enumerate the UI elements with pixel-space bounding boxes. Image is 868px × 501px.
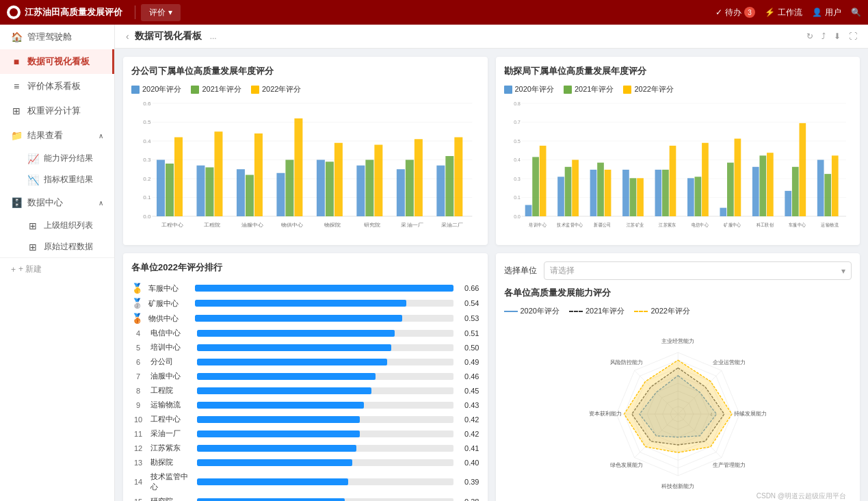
header-tab-evaluation[interactable]: 评价 ▾: [141, 4, 181, 21]
chart2-legend-dot-2021: [564, 86, 572, 94]
svg-text:主业经营能力: 主业经营能力: [661, 338, 694, 344]
rank-score: 0.45: [459, 387, 479, 395]
chart2-area: 0.00.10.30.40.50.70.8培训中心技术监督中心新疆公司江苏矿业江…: [504, 100, 852, 237]
sidebar-label-orglist: 上级组织列表: [44, 220, 93, 231]
add-label: + 新建: [18, 264, 42, 275]
rank-bar-wrap: [195, 300, 453, 307]
rank-number: 7: [131, 372, 145, 381]
svg-text:采油一厂: 采油一厂: [401, 222, 423, 228]
fullscreen-icon[interactable]: ⛶: [849, 31, 857, 41]
rank-bar-wrap: [197, 445, 453, 452]
svg-text:电信中心: 电信中心: [691, 222, 709, 228]
chart2-title: 勘探局下属单位高质量发展年度评分: [504, 65, 852, 77]
svg-rect-32: [174, 138, 183, 217]
radar-line-2020: [504, 311, 518, 312]
svg-text:0.5: 0.5: [514, 138, 520, 144]
rank-score: 0.49: [459, 358, 479, 366]
breadcrumb-arrow: ‹: [126, 31, 129, 42]
todo-badge: 3: [744, 7, 755, 18]
rank-name: 运输物流: [150, 400, 192, 410]
rank-bar-wrap: [197, 344, 453, 351]
ranking-list: 🥇 车服中心 0.66 🥈 矿服中心 0.54 🥉 物供中心 0.53 4 电信…: [131, 281, 479, 501]
header-todo[interactable]: ✓ 待办 3: [715, 7, 755, 18]
svg-text:科工联创: 科工联创: [756, 222, 774, 228]
svg-marker-131: [624, 360, 732, 452]
rank-bar-wrap: [197, 359, 453, 365]
sidebar-item-indicator[interactable]: 📉 指标权重结果: [22, 169, 114, 190]
sidebar-item-datacenter[interactable]: 🗄️ 数据中心 ∧: [0, 190, 114, 215]
right-panel-card: 选择单位 请选择 ▾ 各单位高质量发展能力评分 2020年评分 2021年评分: [496, 253, 860, 501]
orglist-icon: ⊞: [27, 220, 38, 231]
rank-item: 12 江苏紫东 0.41: [131, 441, 479, 455]
sidebar-item-process[interactable]: ⊞ 原始过程数据: [22, 236, 114, 257]
header-workflow[interactable]: ⚡ 工作流: [765, 7, 802, 18]
svg-rect-81: [791, 167, 798, 216]
indicator-icon: 📉: [27, 175, 38, 185]
share-icon[interactable]: ⤴: [821, 31, 826, 41]
chart1-svg: 0.00.10.20.30.40.50.6工程中心工程院油服中心物供中心物探院研…: [131, 100, 479, 237]
rank-score: 0.53: [459, 314, 479, 322]
dashboard-icon: ■: [11, 56, 22, 67]
sidebar-item-evaluation[interactable]: ≡ 评价体系看板: [0, 74, 114, 99]
weight-icon: ⊞: [11, 105, 22, 116]
svg-rect-36: [334, 143, 343, 216]
sidebar-item-weight[interactable]: ⊞ 权重评分计算: [0, 99, 114, 123]
rank-number: 8: [131, 387, 145, 395]
sidebar-label-indicator: 指标权重结果: [44, 174, 93, 185]
svg-rect-82: [824, 174, 831, 216]
chart2-legend: 2020年评分 2021年评分 2022年评分: [504, 84, 852, 94]
legend-dot-2020: [131, 86, 140, 94]
rank-medal: 🥈: [131, 298, 143, 309]
header-search[interactable]: 🔍: [851, 8, 861, 17]
svg-text:0.5: 0.5: [143, 120, 151, 126]
svg-text:物供中心: 物供中心: [281, 222, 303, 228]
refresh-icon[interactable]: ↻: [806, 31, 813, 41]
svg-text:0.7: 0.7: [514, 119, 520, 126]
svg-text:江苏矿业: 江苏矿业: [626, 222, 644, 228]
rank-bar-wrap: [197, 498, 453, 502]
chart2-legend-dot-2022: [623, 86, 631, 94]
rank-name: 采油一厂: [150, 428, 192, 439]
content-grid: 分公司下属单位高质量发展年度评分 2020年评分 2021年评分 2022年评分: [115, 49, 868, 501]
sidebar-label-results: 结果查看: [27, 129, 63, 142]
rank-bar: [195, 300, 406, 307]
page-subtitle: ...: [210, 31, 217, 41]
svg-rect-85: [604, 170, 611, 216]
rank-name: 培训中心: [150, 342, 192, 352]
sidebar-item-dashboard[interactable]: ■ 数据可视化看板: [0, 49, 114, 74]
sidebar-item-manage[interactable]: 🏠 管理驾驶舱: [0, 25, 114, 49]
app-logo: 江苏油田高质量发展评价: [7, 5, 122, 19]
app-header: 江苏油田高质量发展评价 评价 ▾ ✓ 待办 3 ⚡ 工作流 👤 用户 🔍: [0, 0, 868, 25]
svg-rect-78: [694, 177, 701, 216]
rank-bar: [197, 330, 395, 337]
page-actions: ↻ ⤴ ⬇ ⛶: [806, 31, 857, 41]
sidebar-add-button[interactable]: + + 新建: [0, 257, 114, 281]
svg-text:0.8: 0.8: [514, 100, 520, 107]
svg-rect-20: [317, 160, 325, 217]
rank-score: 0.41: [459, 444, 479, 452]
header-tab-arrow: ▾: [168, 8, 172, 17]
ranking-title: 各单位2022年评分排行: [131, 261, 479, 274]
sidebar-item-capability[interactable]: 📈 能力评分结果: [22, 148, 114, 169]
search-icon: 🔍: [851, 8, 861, 17]
sidebar-item-results[interactable]: 📁 结果查看 ∧: [0, 123, 114, 148]
svg-text:采油二厂: 采油二厂: [441, 222, 463, 228]
rank-item: 4 电信中心 0.51: [131, 326, 479, 340]
header-divider: [135, 5, 135, 19]
header-user[interactable]: 👤 用户: [812, 7, 841, 18]
rank-number: 14: [131, 478, 145, 486]
svg-rect-83: [539, 146, 546, 216]
svg-text:工程院: 工程院: [204, 222, 220, 228]
sidebar-item-orglist[interactable]: ⊞ 上级组织列表: [22, 215, 114, 236]
rank-name: 研究院: [150, 496, 192, 501]
rank-bar: [195, 315, 402, 322]
svg-text:企业运营能力: 企业运营能力: [713, 359, 746, 365]
download-icon[interactable]: ⬇: [834, 31, 841, 41]
unit-select[interactable]: 请选择 ▾: [544, 261, 852, 280]
legend-dot-2022: [251, 86, 259, 94]
page-title: 数据可视化看板: [135, 30, 202, 42]
svg-rect-34: [254, 133, 263, 216]
svg-text:0.3: 0.3: [514, 175, 520, 182]
chart2-legend-dot-2020: [504, 86, 512, 94]
svg-text:0.0: 0.0: [514, 213, 520, 220]
